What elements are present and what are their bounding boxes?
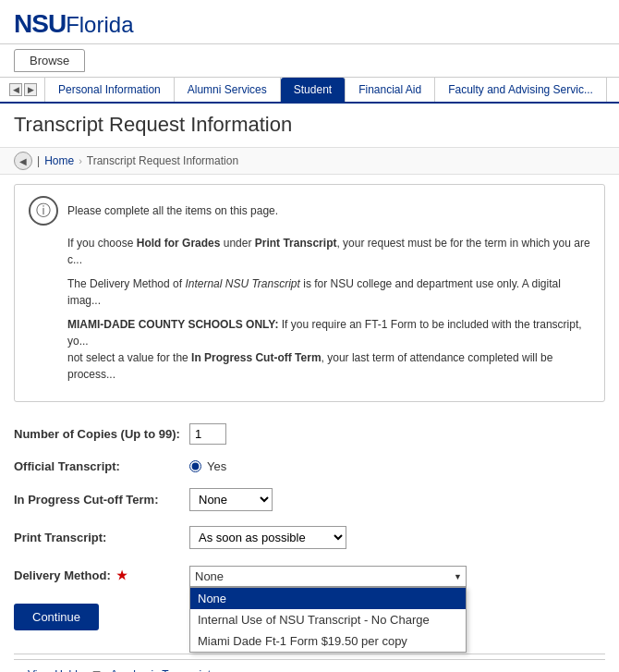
logo-nsu: NSU <box>14 9 66 39</box>
nav-arrows: ◀ ▶ <box>9 83 37 96</box>
delivery-option-miami[interactable]: Miami Dade Ft-1 Form $19.50 per copy <box>190 630 466 652</box>
bold-print-transcript: Print Transcript <box>255 237 337 250</box>
nav-back-arrow[interactable]: ◀ <box>9 83 22 96</box>
info-header-text: Please complete all the items on this pa… <box>67 204 278 217</box>
form-section: Number of Copies (Up to 99): Official Tr… <box>14 416 605 649</box>
info-paragraph-2: The Delivery Method of Internal NSU Tran… <box>67 275 590 309</box>
in-progress-label: In Progress Cut-off Term: <box>14 493 189 507</box>
required-asterisk: ★ <box>116 568 127 582</box>
in-progress-select[interactable]: None <box>189 488 273 511</box>
breadcrumb: ◀ | Home › Transcript Request Informatio… <box>0 147 619 175</box>
italic-internal-nsu: Internal NSU Transcript <box>185 277 299 290</box>
browse-button[interactable]: Browse <box>14 49 85 72</box>
copies-control <box>189 423 226 445</box>
page-title-section: Transcript Request Information <box>0 104 619 147</box>
info-icon: ⓘ <box>29 196 58 226</box>
header: NSU Florida <box>0 0 619 44</box>
delivery-select-display[interactable]: None <box>189 566 467 587</box>
breadcrumb-current: Transcript Request Information <box>87 154 238 167</box>
browse-bar: Browse <box>0 44 619 78</box>
info-paragraph-1: If you choose Hold for Grades under Prin… <box>67 235 590 268</box>
delivery-select-wrapper: None None Internal Use of NSU Transcript… <box>189 566 467 587</box>
delivery-option-none[interactable]: None <box>190 588 466 609</box>
back-button[interactable]: ◀ <box>14 152 32 170</box>
info-header: ⓘ Please complete all the items on this … <box>29 196 590 226</box>
copies-label: Number of Copies (Up to 99): <box>14 427 189 441</box>
continue-button[interactable]: Continue <box>14 604 99 630</box>
breadcrumb-chevron: › <box>79 155 82 166</box>
delivery-label: Delivery Method: ★ <box>14 566 189 582</box>
print-label: Print Transcript: <box>14 531 189 544</box>
official-label: Official Transcript: <box>14 459 189 473</box>
official-yes-label: Yes <box>207 459 226 473</box>
footer-separator: ■ <box>92 667 102 672</box>
footer-divider <box>14 654 605 654</box>
bold-in-progress: In Progress Cut-off Term <box>191 351 321 364</box>
breadcrumb-home[interactable]: Home <box>44 154 74 167</box>
delivery-selected-value: None <box>195 569 224 583</box>
tab-alumni-services[interactable]: Alumni Services <box>175 78 281 102</box>
info-box: ⓘ Please complete all the items on this … <box>14 184 605 402</box>
tab-financial-aid[interactable]: Financial Aid <box>346 78 435 102</box>
bold-hold-for-grades: Hold for Grades <box>137 237 221 250</box>
copies-row: Number of Copies (Up to 99): <box>14 421 605 447</box>
delivery-control: None None Internal Use of NSU Transcript… <box>189 566 467 587</box>
view-holds-link[interactable]: View Holds <box>28 668 83 672</box>
in-progress-row: In Progress Cut-off Term: None <box>14 485 605 514</box>
nav-tabs: ◀ ▶ Personal Information Alumni Services… <box>0 78 619 104</box>
nsu-logo: NSU Florida <box>14 9 605 39</box>
print-control: As soon as possible Hold for Grades <box>189 526 346 549</box>
copies-input[interactable] <box>189 423 226 445</box>
tab-student[interactable]: Student <box>281 78 346 102</box>
nav-forward-arrow[interactable]: ▶ <box>24 83 37 96</box>
footer-links: View Holds ■ Academic Transcript <box>14 659 605 672</box>
delivery-option-internal[interactable]: Internal Use of NSU Transcript - No Char… <box>190 609 466 630</box>
official-radio-yes[interactable] <box>189 460 201 472</box>
academic-transcript-link[interactable]: Academic Transcript <box>110 668 211 672</box>
tab-faculty-advising[interactable]: Faculty and Advising Servic... <box>435 78 607 102</box>
print-row: Print Transcript: As soon as possible Ho… <box>14 523 605 552</box>
info-paragraph-3: MIAMI-DADE COUNTY SCHOOLS ONLY: If you r… <box>67 316 590 383</box>
page-title: Transcript Request Information <box>14 113 605 137</box>
main-content: ⓘ Please complete all the items on this … <box>0 175 619 672</box>
print-transcript-select[interactable]: As soon as possible Hold for Grades <box>189 526 346 549</box>
logo-florida: Florida <box>66 12 133 38</box>
official-row: Official Transcript: Yes <box>14 457 605 476</box>
official-control: Yes <box>189 459 226 473</box>
breadcrumb-separator-1: | <box>37 154 40 167</box>
in-progress-control: None <box>189 488 273 511</box>
info-body: If you choose Hold for Grades under Prin… <box>29 235 590 383</box>
delivery-row: Delivery Method: ★ None None Internal Us… <box>14 561 605 590</box>
delivery-dropdown: None Internal Use of NSU Transcript - No… <box>189 587 467 653</box>
bold-miami-dade: MIAMI-DADE COUNTY SCHOOLS ONLY: <box>67 318 278 331</box>
tab-personal-information[interactable]: Personal Information <box>44 78 175 102</box>
